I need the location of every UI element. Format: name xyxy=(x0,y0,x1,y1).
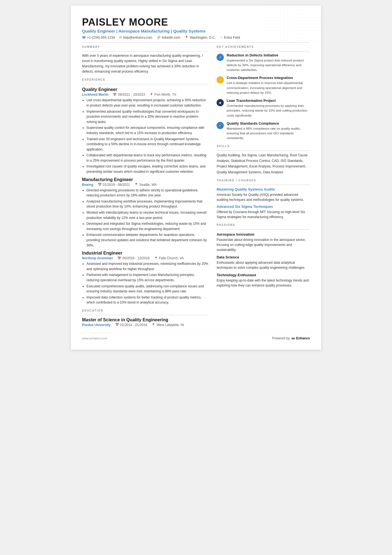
education-container: Master of Science in Quality Engineering… xyxy=(82,317,208,327)
candidate-tagline: Quality Engineer | Aerospace Manufacturi… xyxy=(82,29,310,33)
location-icon: 📍 xyxy=(134,183,138,186)
training-desc: American Society for Quality (ASQ) provi… xyxy=(217,192,310,202)
achievement-icon: ✓ xyxy=(217,122,224,129)
job-title: Industrial Engineer xyxy=(82,251,208,256)
achievement-desc: Maintained a 98% compliance rate on qual… xyxy=(227,126,310,141)
enhancv-logo: ∞ Enhancv xyxy=(291,336,310,341)
passion-desc: Enjoy keeping up-to-date with the latest… xyxy=(217,278,310,288)
bullet-item: Worked with interdisciplinary teams to r… xyxy=(86,210,208,220)
bullet-item: Developed and integrated Six Sigma metho… xyxy=(86,221,208,231)
footer-website: www.enhancv.com xyxy=(82,337,107,340)
passion-title: Technology Enthusiast xyxy=(217,273,310,277)
candidate-name: PAISLEY MOORE xyxy=(82,17,310,28)
bullet-item: Implemented advanced quality methodologi… xyxy=(86,109,208,125)
job-title: Manufacturing Engineer xyxy=(82,177,208,182)
achievement-icon: ★ xyxy=(217,99,224,106)
bullet-item: Enhanced communication between departmen… xyxy=(86,232,208,248)
bullet-item: Led cross-departmental quality improveme… xyxy=(86,98,208,108)
edu-location: 📍West Lafayette, IN xyxy=(152,323,184,327)
powered-by-label: Powered by xyxy=(272,336,290,340)
bullet-item: Assessed and improved key industrial pro… xyxy=(86,261,208,272)
achievement-desc: Implemented a Six Sigma project that red… xyxy=(227,58,310,73)
passion-desc: Enthusiastic about applying advanced dat… xyxy=(217,260,310,270)
job-location: 📍Fort Worth, TX xyxy=(150,93,176,97)
contact-icon: ✉ xyxy=(119,36,122,39)
bullet-item: Improved data collection systems for bet… xyxy=(86,295,208,305)
achievements-container: ✓ Reduction in Defects Initiative Implem… xyxy=(217,53,310,141)
job-meta: Northrop Grumman 📅06/2016 - 12/2018 📍Fal… xyxy=(82,256,208,260)
contact-text: linkedin.com xyxy=(162,36,180,40)
location-icon: 📍 xyxy=(154,256,158,260)
contact-item: 📍Washington, D.C. xyxy=(185,36,216,40)
achievement-title: Cross-Department Process Integration xyxy=(227,76,310,80)
job-date: 📅01/2019 - 08/2021 xyxy=(98,183,130,187)
achievement-content: Lean Transformation Project Overhauled m… xyxy=(227,98,310,118)
contact-text: Extra Field xyxy=(224,36,240,40)
achievement-item: ★ Lean Transformation Project Overhauled… xyxy=(217,98,310,118)
achievement-item: ✓ Reduction in Defects Initiative Implem… xyxy=(217,53,310,73)
job-title: Quality Engineer xyxy=(82,87,208,92)
right-column: KEY ACHIEVEMENTS ✓ Reduction in Defects … xyxy=(217,45,310,327)
company-name: Northrop Grumman xyxy=(82,256,113,260)
passion-title: Aerospace Innovation xyxy=(217,232,310,236)
contact-icon: 🔗 xyxy=(157,36,161,39)
school-name: Purdue University xyxy=(82,323,111,327)
company-name: Lockheed Martin xyxy=(82,93,108,97)
contact-item: ☎+1-(234)-555-1234 xyxy=(82,36,115,40)
passion-item: Data Science Enthusiastic about applying… xyxy=(217,255,310,270)
training-desc: Offered by Coursera through MIT, focusin… xyxy=(217,209,310,219)
contact-text: help@enhancv.com xyxy=(123,36,152,40)
calendar-icon: 📅 xyxy=(98,183,102,186)
passion-title: Data Science xyxy=(217,255,310,259)
job-bullets: Assessed and improved key industrial pro… xyxy=(82,261,208,305)
bullet-item: Analyzed manufacturing workflow processe… xyxy=(86,199,208,209)
brand-name: Enhancv xyxy=(296,336,310,340)
job-entry: Quality Engineer Lockheed Martin 📅09/202… xyxy=(82,87,208,174)
skills-text: Quality Auditing, Six Sigma, Lean Manufa… xyxy=(217,152,310,175)
two-col-layout: SUMMARY With over 5 years of experience … xyxy=(82,45,310,327)
experience-label: EXPERIENCE xyxy=(82,78,208,81)
summary-label: SUMMARY xyxy=(82,45,208,48)
calendar-icon: 📅 xyxy=(113,93,117,97)
contact-text: +1-(234)-555-1234 xyxy=(87,36,115,40)
training-item: Advanced Six Sigma Techniques Offered by… xyxy=(217,204,310,219)
left-column: SUMMARY With over 5 years of experience … xyxy=(82,45,208,327)
achievement-content: Reduction in Defects Initiative Implemen… xyxy=(227,53,310,73)
training-container: Mastering Quality Systems Audits America… xyxy=(217,187,310,219)
contact-item: 🔗linkedin.com xyxy=(157,36,180,40)
job-date: 📅09/2021 - 10/2023 xyxy=(113,93,145,97)
job-entry: Manufacturing Engineer Boeing 📅01/2019 -… xyxy=(82,177,208,248)
resume-container: PAISLEY MOORE Quality Engineer | Aerospa… xyxy=(71,6,321,350)
calendar-icon: 📅 xyxy=(117,256,121,260)
passions-container: Aerospace Innovation Passionate about dr… xyxy=(217,232,310,288)
job-meta: Lockheed Martin 📅09/2021 - 10/2023 📍Fort… xyxy=(82,93,208,97)
training-item: Mastering Quality Systems Audits America… xyxy=(217,187,310,202)
location-icon: 📍 xyxy=(150,93,153,97)
skills-divider xyxy=(217,151,310,151)
achievement-item: ✓ Quality Standards Compliance Maintaine… xyxy=(217,121,310,141)
skills-label: SKILLS xyxy=(217,145,310,148)
bullet-item: Partnered with management to implement L… xyxy=(86,272,208,283)
achievements-label: KEY ACHIEVEMENTS xyxy=(217,45,310,48)
training-divider xyxy=(217,185,310,185)
education-label: EDUCATION xyxy=(82,309,208,312)
achievement-item: ⚡ Cross-Department Process Integration L… xyxy=(217,76,310,95)
passion-item: Technology Enthusiast Enjoy keeping up-t… xyxy=(217,273,310,288)
bullet-item: Collaborated with departmental teams to … xyxy=(86,153,208,163)
job-entry: Industrial Engineer Northrop Grumman 📅06… xyxy=(82,251,208,305)
job-location: 📍Seattle, WA xyxy=(134,183,157,187)
achievement-desc: Overhauled manufacturing processes by ap… xyxy=(227,103,310,118)
achievement-title: Quality Standards Compliance xyxy=(227,121,310,125)
logo-icon: ∞ xyxy=(291,336,295,341)
bullet-item: Supervised quality control for aerospace… xyxy=(86,125,208,135)
job-location: 📍Falls Church, VA xyxy=(154,256,184,260)
achievement-icon: ✓ xyxy=(217,54,224,61)
job-bullets: Led cross-departmental quality improveme… xyxy=(82,98,208,174)
edu-date: 📅01/2014 - 01/2016 xyxy=(115,323,147,327)
achievement-content: Quality Standards Compliance Maintained … xyxy=(227,121,310,141)
edu-meta: Purdue University 📅01/2014 - 01/2016 📍We… xyxy=(82,323,208,327)
summary-divider xyxy=(82,51,208,51)
contact-icon: ☆ xyxy=(220,36,223,39)
location-icon: 📍 xyxy=(152,323,155,327)
bullet-item: Trained over 50 engineers and technician… xyxy=(86,137,208,152)
